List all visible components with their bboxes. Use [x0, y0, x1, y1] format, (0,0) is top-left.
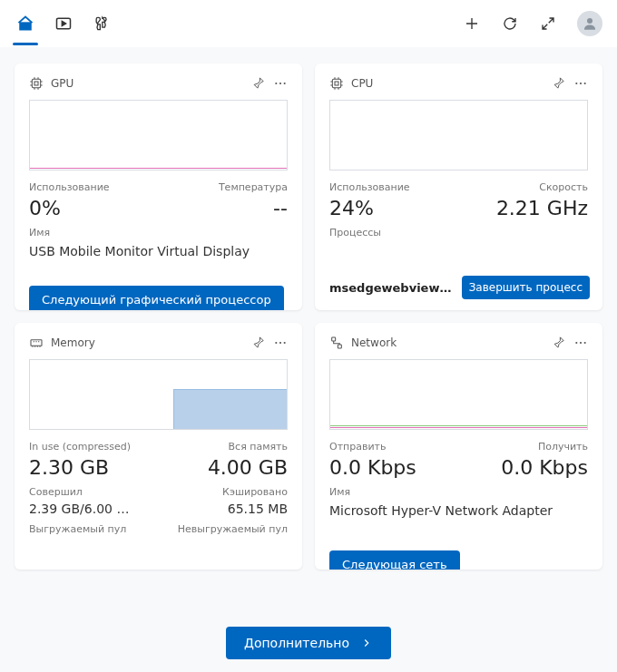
cpu-end-task-button[interactable]: Завершить процесс	[462, 276, 590, 299]
refresh-button[interactable]	[501, 15, 519, 33]
memory-cached-label: Кэшировано	[222, 486, 288, 498]
memory-inuse-label: In use (compressed)	[29, 441, 131, 453]
card-cpu: CPU Использование Скорость 24% 2.21 GHz …	[315, 63, 602, 310]
more-icon[interactable]	[273, 336, 288, 350]
gpu-usage-value: 0%	[29, 197, 61, 219]
svg-rect-16	[332, 337, 336, 341]
memory-nonpaged-label: Невыгружаемый пул	[178, 523, 288, 535]
svg-point-20	[584, 342, 586, 344]
tab-video[interactable]	[53, 7, 74, 40]
footer: Дополнительно	[0, 627, 617, 659]
svg-point-15	[284, 342, 286, 344]
more-button[interactable]: Дополнительно	[226, 627, 391, 659]
cpu-speed-label: Скорость	[539, 181, 588, 193]
svg-point-4	[275, 83, 277, 84]
memory-cached-value: 65.15 MB	[228, 502, 288, 516]
gpu-next-button[interactable]: Следующий графический процессор	[29, 286, 284, 310]
top-bar	[0, 0, 617, 47]
gpu-chart	[29, 100, 288, 170]
more-icon[interactable]	[573, 336, 588, 350]
card-title: GPU	[51, 77, 73, 90]
expand-button[interactable]	[539, 15, 557, 33]
cpu-chart	[329, 100, 588, 170]
pin-icon[interactable]	[251, 336, 266, 350]
cpu-usage-value: 24%	[329, 197, 374, 219]
network-name-value: Microsoft Hyper-V Network Adapter	[329, 503, 588, 518]
cpu-processes-label: Процессы	[329, 227, 588, 239]
pin-icon[interactable]	[552, 76, 566, 91]
tab-games[interactable]	[91, 7, 113, 40]
svg-point-11	[584, 83, 586, 84]
network-recv-label: Получить	[538, 441, 588, 453]
gpu-icon	[29, 76, 44, 91]
gpu-usage-label: Использование	[29, 181, 110, 193]
svg-point-6	[284, 83, 286, 84]
more-icon[interactable]	[273, 76, 288, 91]
svg-point-18	[575, 342, 577, 344]
add-button[interactable]	[463, 15, 481, 33]
cpu-usage-label: Использование	[329, 181, 410, 193]
gpu-temp-value: --	[273, 197, 288, 219]
pin-icon[interactable]	[552, 336, 566, 350]
svg-rect-2	[32, 79, 40, 87]
gpu-name-label: Имя	[29, 227, 288, 239]
more-icon[interactable]	[573, 76, 588, 91]
svg-rect-3	[34, 82, 38, 85]
card-memory: Memory In use (compressed) Вся память 2.…	[15, 323, 302, 570]
card-title: Network	[351, 336, 397, 349]
cpu-speed-value: 2.21 GHz	[496, 197, 588, 219]
more-button-label: Дополнительно	[244, 636, 349, 650]
network-send-label: Отправить	[329, 441, 387, 453]
cpu-process-name: msedgewebview2…	[329, 281, 453, 295]
svg-rect-12	[31, 340, 42, 346]
memory-paged-label: Выгружаемый пул	[29, 523, 126, 535]
gpu-temp-label: Температура	[219, 181, 288, 193]
svg-rect-7	[332, 79, 340, 87]
svg-rect-8	[335, 82, 338, 85]
gpu-name-value: USB Mobile Monitor Virtual Display	[29, 244, 288, 258]
card-title: CPU	[351, 77, 373, 90]
svg-point-5	[279, 83, 281, 84]
memory-total-value: 4.00 GB	[208, 456, 288, 479]
card-network: Network Отправить Получить 0.0 Kbps 0.0 …	[315, 323, 602, 570]
svg-point-19	[580, 342, 582, 344]
svg-rect-17	[338, 345, 341, 348]
network-name-label: Имя	[329, 486, 588, 498]
svg-point-1	[587, 18, 593, 24]
card-gpu: GPU Использование Температура 0% -- Имя …	[15, 63, 302, 310]
memory-chart	[29, 359, 288, 430]
tab-home[interactable]	[15, 7, 36, 40]
svg-point-13	[275, 342, 277, 344]
network-recv-value: 0.0 Kbps	[501, 456, 588, 479]
top-tabs	[15, 7, 113, 40]
user-avatar[interactable]	[577, 11, 602, 36]
network-chart	[329, 359, 588, 430]
svg-point-14	[279, 342, 281, 344]
top-actions	[463, 11, 602, 36]
memory-committed-value: 2.39 GB/6.00 …	[29, 502, 129, 516]
network-send-value: 0.0 Kbps	[329, 456, 416, 479]
network-next-button[interactable]: Следующая сеть	[329, 550, 460, 570]
memory-icon	[29, 336, 44, 350]
memory-inuse-value: 2.30 GB	[29, 456, 109, 479]
svg-point-10	[580, 83, 582, 84]
svg-point-9	[575, 83, 577, 84]
memory-committed-label: Совершил	[29, 486, 83, 498]
card-title: Memory	[51, 336, 95, 349]
pin-icon[interactable]	[251, 76, 266, 91]
memory-total-label: Вся память	[229, 441, 288, 453]
dashboard-grid: GPU Использование Температура 0% -- Имя …	[0, 47, 617, 570]
network-icon	[329, 336, 344, 350]
cpu-icon	[329, 76, 344, 91]
